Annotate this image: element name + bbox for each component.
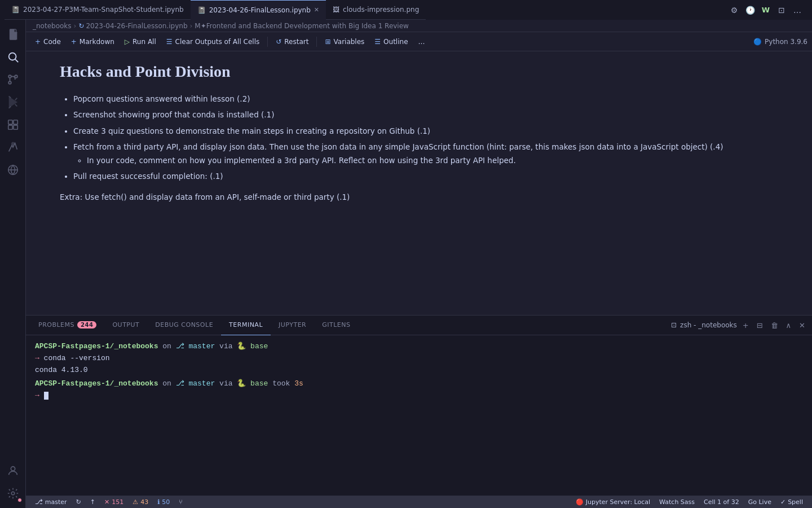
test-icon[interactable]: [3, 137, 23, 157]
output-label: OUTPUT: [112, 321, 139, 329]
toolbar-separator-2: [316, 37, 317, 47]
search-icon[interactable]: [3, 47, 23, 67]
manage-icon[interactable]: [3, 483, 23, 503]
restart-button[interactable]: ↺ Restart: [271, 36, 313, 47]
panel-tab-problems[interactable]: PROBLEMS 244: [30, 316, 104, 335]
panel-tab-debugconsole[interactable]: DEBUG CONSOLE: [147, 316, 221, 335]
history-icon[interactable]: 🕐: [744, 5, 756, 16]
notebook-toolbar: + Code + Markdown ▷ Run All ☰ Clear Outp…: [26, 32, 812, 51]
cell-count-label: Cell 1 of 32: [704, 498, 739, 506]
close-panel-button[interactable]: ✕: [797, 320, 807, 331]
status-publish[interactable]: ↑: [86, 496, 100, 508]
svg-line-4: [15, 59, 18, 62]
settings-icon[interactable]: ⚙: [729, 5, 740, 16]
status-info[interactable]: ℹ 50: [153, 496, 174, 508]
explorer-icon[interactable]: [3, 24, 23, 45]
warning-count: 43: [140, 498, 148, 506]
panel-tab-jupyter[interactable]: JUPYTER: [271, 316, 314, 335]
svg-rect-12: [13, 125, 17, 129]
app-body: _notebooks › ↻ 2023-04-26-FinalLesson.ip…: [0, 20, 812, 508]
info-icon: ℹ: [157, 498, 160, 506]
status-branch[interactable]: ⎇ master: [30, 496, 72, 508]
status-jupyter-server[interactable]: 🔴 Jupyter Server: Local: [571, 496, 655, 508]
python-icon: 🔵: [753, 38, 762, 46]
kill-terminal-button[interactable]: 🗑: [769, 320, 780, 331]
python-version-label: Python 3.9.6: [765, 38, 807, 46]
toolbar-right: 🔵 Python 3.9.6: [753, 38, 807, 46]
layout-icon[interactable]: ⊡: [776, 5, 787, 16]
svg-point-16: [11, 467, 15, 471]
account-icon[interactable]: [3, 461, 23, 481]
title-bar-actions: ⚙ 🕐 W ⊡ …: [729, 5, 807, 16]
git-fork-icon: ⑂: [179, 498, 183, 506]
status-go-live[interactable]: Go Live: [744, 496, 776, 508]
outline-icon: ☰: [374, 38, 381, 46]
tab-clouds[interactable]: 🖼 clouds-impression.png: [326, 0, 426, 20]
outline-button[interactable]: ☰ Outline: [370, 36, 412, 47]
terminal-line-2: → conda --version: [35, 353, 803, 365]
variables-icon: ⊞: [325, 38, 330, 46]
wakatime-icon[interactable]: W: [760, 5, 771, 16]
panel-tab-bar: PROBLEMS 244 OUTPUT DEBUG CONSOLE TERMIN…: [26, 316, 812, 335]
problems-label: PROBLEMS: [38, 321, 74, 329]
spell-label: Spell: [788, 498, 803, 506]
remote-icon[interactable]: [3, 160, 23, 180]
plus-icon-code: +: [35, 38, 41, 46]
split-terminal-button[interactable]: ⊟: [754, 320, 765, 331]
status-watch-sass[interactable]: Watch Sass: [655, 496, 699, 508]
activity-bar-bottom: [3, 461, 23, 503]
breadcrumb-file[interactable]: 2023-04-26-FinalLesson.ipynb: [86, 22, 187, 30]
outline-label: Outline: [383, 38, 408, 46]
status-errors[interactable]: ✕ 151: [100, 496, 128, 508]
status-spell[interactable]: ✓ Spell: [776, 496, 807, 508]
toolbar-separator-1: [267, 37, 268, 47]
more-actions-icon[interactable]: …: [792, 5, 803, 16]
status-sync[interactable]: ↻: [72, 496, 86, 508]
clear-icon: ☰: [166, 38, 173, 46]
run-debug-icon[interactable]: [3, 92, 23, 112]
panel-tab-gitlens[interactable]: GITLENS: [314, 316, 358, 335]
panel-tab-terminal[interactable]: TERMINAL: [221, 316, 271, 335]
list-item: Screenshot showing proof that conda is i…: [73, 108, 778, 121]
panel-tab-output[interactable]: OUTPUT: [104, 316, 147, 335]
svg-rect-9: [8, 120, 12, 124]
breadcrumb-notebooks[interactable]: _notebooks: [33, 22, 72, 30]
source-control-icon[interactable]: [3, 69, 23, 90]
breadcrumb-section[interactable]: M✦Frontend and Backend Development with …: [195, 22, 409, 30]
close-tab-button[interactable]: ✕: [314, 6, 319, 14]
spell-icon: ✓: [780, 498, 785, 506]
markdown-label: Markdown: [80, 38, 114, 46]
add-markdown-button[interactable]: + Markdown: [67, 36, 119, 47]
svg-rect-11: [8, 125, 12, 129]
terminal-content[interactable]: APCSP-Fastpages-1/_notebooks on ⎇ master…: [26, 335, 812, 496]
status-git-icon[interactable]: ⑂: [174, 496, 187, 508]
more-toolbar-button[interactable]: …: [414, 36, 430, 47]
image-icon: 🖼: [333, 6, 339, 14]
breadcrumb-sep-1: ›: [74, 22, 77, 30]
status-cell-count[interactable]: Cell 1 of 32: [699, 496, 744, 508]
panel-area: PROBLEMS 244 OUTPUT DEBUG CONSOLE TERMIN…: [26, 315, 812, 496]
tab-snapshot[interactable]: 📓 2023-04-27-P3M-Team-SnapShot-Student.i…: [5, 0, 191, 20]
tab-label-2: 2023-04-26-FinalLesson.ipynb: [209, 6, 311, 14]
sub-list-item: In your code, comment on how you impleme…: [87, 154, 778, 167]
tab-label-1: 2023-04-27-P3M-Team-SnapShot-Student.ipy…: [23, 6, 184, 14]
list-item: Create 3 quiz questions to demonstrate t…: [73, 124, 778, 138]
terminal-name: zsh - _notebooks: [680, 321, 737, 329]
status-bar: ⎇ master ↻ ↑ ✕ 151 ⚠ 43 ℹ 50 ⑂: [26, 496, 812, 508]
add-terminal-button[interactable]: +: [740, 320, 751, 331]
clear-outputs-button[interactable]: ☰ Clear Outputs of All Cells: [162, 36, 264, 47]
terminal-line-3: conda 4.13.0: [35, 365, 803, 376]
branch-name: master: [45, 498, 67, 506]
maximize-panel-button[interactable]: ∧: [784, 320, 794, 331]
python-version-badge[interactable]: 🔵 Python 3.9.6: [753, 38, 807, 46]
variables-button[interactable]: ⊞ Variables: [320, 36, 369, 47]
status-warnings[interactable]: ⚠ 43: [128, 496, 153, 508]
watch-sass-label: Watch Sass: [659, 498, 695, 506]
tab-bar: 📓 2023-04-27-P3M-Team-SnapShot-Student.i…: [5, 0, 726, 20]
extensions-icon[interactable]: [3, 115, 23, 135]
breadcrumb: _notebooks › ↻ 2023-04-26-FinalLesson.ip…: [26, 20, 812, 32]
svg-point-17: [11, 492, 15, 495]
tab-finallesson[interactable]: 📓 2023-04-26-FinalLesson.ipynb ✕: [191, 0, 326, 20]
run-all-button[interactable]: ▷ Run All: [120, 36, 161, 47]
add-code-button[interactable]: + Code: [30, 36, 65, 47]
